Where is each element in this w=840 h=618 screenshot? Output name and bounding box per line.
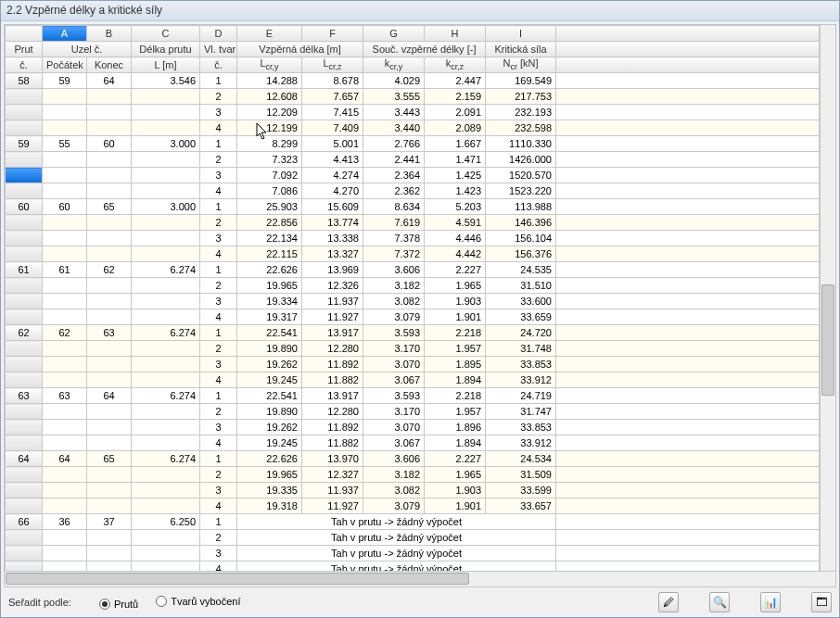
cell-a[interactable] — [43, 294, 87, 309]
cell-d[interactable]: 4 — [200, 183, 237, 199]
table-row[interactable]: 222.85613.7747.6194.591146.396 — [6, 215, 820, 231]
cell-i[interactable]: 24.534 — [486, 451, 556, 467]
vscroll-thumb[interactable] — [821, 284, 834, 396]
cell-f[interactable]: 12.280 — [302, 404, 363, 420]
cell-e[interactable]: 19.334 — [237, 294, 302, 309]
cell-h[interactable]: 1.894 — [425, 372, 486, 388]
cell-g[interactable]: 3.170 — [363, 341, 425, 357]
cell-rest[interactable] — [556, 73, 820, 89]
cell-c[interactable]: 3.000 — [132, 199, 200, 215]
row-header[interactable] — [6, 152, 43, 168]
cell-g[interactable]: 2.441 — [363, 152, 425, 168]
cell-c[interactable] — [132, 498, 200, 514]
cell-c[interactable] — [132, 467, 200, 483]
cell-i[interactable]: 169.549 — [486, 73, 556, 89]
cell-i[interactable]: 31.510 — [486, 278, 556, 294]
cell-a[interactable] — [43, 152, 87, 168]
cell-g[interactable]: 3.079 — [363, 309, 425, 325]
cell-b[interactable]: 65 — [87, 199, 132, 215]
cell-rest[interactable] — [556, 451, 820, 467]
cell-rest[interactable] — [556, 357, 820, 372]
cell-rest[interactable] — [556, 246, 820, 262]
corner-cell[interactable] — [6, 26, 43, 42]
cell-b[interactable]: 65 — [87, 451, 132, 467]
cell-a[interactable] — [43, 89, 87, 105]
cell-g[interactable]: 8.634 — [363, 199, 425, 215]
table-row[interactable]: 47.0864.2702.3621.4231523.220 — [6, 183, 820, 199]
cell-c[interactable]: 6.274 — [132, 451, 200, 467]
cell-b[interactable]: 64 — [87, 388, 132, 404]
row-header[interactable] — [6, 278, 43, 294]
cell-d[interactable]: 1 — [200, 388, 237, 404]
cell-h[interactable]: 2.089 — [425, 120, 486, 136]
table-row[interactable]: 6060653.000125.90315.6098.6345.203113.98… — [6, 199, 820, 215]
cell-b[interactable]: 60 — [87, 136, 132, 152]
cell-e[interactable]: 19.318 — [237, 498, 302, 514]
cell-f[interactable]: 11.892 — [302, 357, 363, 372]
col-letter-d[interactable]: D — [200, 26, 237, 42]
cell-rest[interactable] — [556, 152, 820, 168]
radio-prutu[interactable]: Prutů — [99, 599, 138, 610]
cell-h[interactable]: 2.218 — [425, 325, 486, 341]
table-row[interactable]: 27.3234.4132.4411.4711426.000 — [6, 152, 820, 168]
cell-f[interactable]: 11.892 — [302, 420, 363, 435]
cell-i[interactable]: 31.509 — [486, 467, 556, 483]
cell-h[interactable]: 1.895 — [425, 357, 486, 372]
cell-i[interactable]: 232.193 — [486, 105, 556, 120]
table-row[interactable]: 422.11513.3277.3724.442156.376 — [6, 246, 820, 262]
cell-c[interactable] — [132, 341, 200, 357]
cell-c[interactable]: 6.250 — [132, 514, 200, 530]
cell-g[interactable]: 3.182 — [363, 278, 425, 294]
row-header[interactable]: 61 — [6, 262, 43, 278]
cell-b[interactable] — [87, 309, 132, 325]
cell-e[interactable]: 19.335 — [237, 483, 302, 498]
cell-i[interactable]: 33.853 — [486, 420, 556, 435]
cell-c[interactable] — [132, 89, 200, 105]
table-row[interactable]: 419.24511.8823.0671.89433.912 — [6, 372, 820, 388]
cell-c[interactable] — [132, 561, 200, 572]
cell-h[interactable]: 5.203 — [425, 199, 486, 215]
cell-a[interactable] — [43, 420, 87, 435]
cell-h[interactable]: 4.446 — [425, 231, 486, 246]
cell-d[interactable]: 1 — [200, 325, 237, 341]
table-row[interactable]: 37.0924.2742.3641.4251520.570 — [6, 168, 820, 183]
cell-rest[interactable] — [556, 498, 820, 514]
cell-c[interactable] — [132, 420, 200, 435]
cell-rest[interactable] — [556, 262, 820, 278]
cell-rest[interactable] — [556, 168, 820, 183]
row-header[interactable] — [6, 530, 43, 546]
cell-h[interactable]: 1.894 — [425, 435, 486, 451]
cell-f[interactable]: 5.001 — [302, 136, 363, 152]
cell-g[interactable]: 3.082 — [363, 294, 425, 309]
cell-b[interactable] — [87, 483, 132, 498]
cell-g[interactable]: 2.766 — [363, 136, 425, 152]
cell-i[interactable]: 33.853 — [486, 357, 556, 372]
cell-rest[interactable] — [556, 231, 820, 246]
cell-h[interactable]: 2.218 — [425, 388, 486, 404]
cell-g[interactable]: 3.082 — [363, 483, 425, 498]
cell-c[interactable] — [132, 546, 200, 561]
cell-b[interactable] — [87, 467, 132, 483]
cell-b[interactable] — [87, 168, 132, 183]
row-header[interactable]: 59 — [6, 136, 43, 152]
cell-i[interactable]: 33.912 — [486, 372, 556, 388]
cell-f[interactable]: 7.415 — [302, 105, 363, 120]
cell-a[interactable] — [43, 546, 87, 561]
cell-i[interactable]: 33.599 — [486, 483, 556, 498]
cell-b[interactable] — [87, 152, 132, 168]
table-row[interactable]: 319.26211.8923.0701.89633.853 — [6, 420, 820, 435]
cell-g[interactable]: 3.440 — [363, 120, 425, 136]
radio-tvaru[interactable]: Tvarů vybočení — [156, 596, 240, 607]
cell-g[interactable]: 3.555 — [363, 89, 425, 105]
cell-g[interactable]: 3.182 — [363, 467, 425, 483]
cell-f[interactable]: 13.969 — [302, 262, 363, 278]
cell-f[interactable]: 8.678 — [302, 73, 363, 89]
cell-b[interactable] — [87, 372, 132, 388]
cell-i[interactable]: 24.535 — [486, 262, 556, 278]
cell-d[interactable]: 1 — [200, 199, 237, 215]
cell-i[interactable]: 156.104 — [486, 231, 556, 246]
cell-h[interactable]: 1.425 — [425, 168, 486, 183]
cell-e[interactable]: 19.890 — [237, 404, 302, 420]
cell-h[interactable]: 2.447 — [425, 73, 486, 89]
row-header[interactable] — [6, 357, 43, 372]
